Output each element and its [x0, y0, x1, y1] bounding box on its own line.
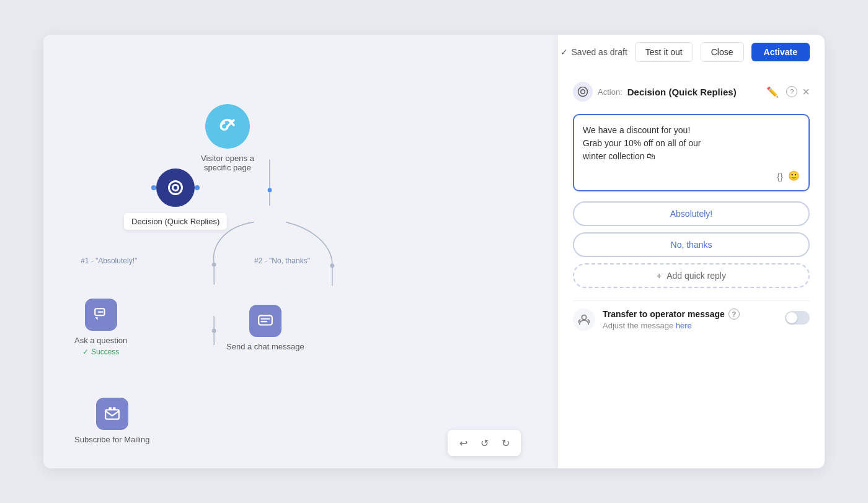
- right-panel: Action: Decision (Quick Replies) ✏️ ? × …: [558, 35, 825, 468]
- redo-button[interactable]: ↻: [496, 434, 515, 452]
- close-button[interactable]: Close: [701, 42, 744, 62]
- canvas-area: Visitor opens a specific page Decision (…: [43, 35, 558, 468]
- svg-point-1: [268, 188, 272, 193]
- svg-point-23: [582, 315, 586, 320]
- add-quick-reply-label: Add quick reply: [666, 271, 726, 281]
- panel-header-left: Action: Decision (Quick Replies): [573, 82, 737, 102]
- subscribe-node[interactable]: Subscribe for Mailing: [74, 398, 149, 444]
- decision-dot-right: [195, 185, 200, 190]
- decision-dot-left: [151, 185, 156, 190]
- decision-circle: [156, 168, 195, 207]
- subscribe-label: Subscribe for Mailing: [74, 435, 149, 444]
- trigger-node[interactable]: Visitor opens a specific page: [200, 104, 255, 172]
- ask-question-label: Ask a question: [74, 336, 127, 345]
- right-child-node[interactable]: Send a chat message: [226, 305, 304, 351]
- panel-header-right: ✏️ ? ×: [764, 84, 810, 100]
- canvas-inner: Visitor opens a specific page Decision (…: [43, 69, 558, 468]
- panel-icon: [573, 82, 593, 102]
- check-icon: ✓: [560, 47, 568, 57]
- edit-button[interactable]: ✏️: [764, 84, 781, 100]
- svg-rect-19: [108, 407, 111, 409]
- canvas-toolbar: ↩ ↺ ↻: [448, 430, 521, 456]
- svg-point-8: [212, 329, 216, 333]
- close-panel-button[interactable]: ×: [802, 85, 810, 99]
- saved-label: Saved as draft: [572, 47, 627, 57]
- panel-title: Decision (Quick Replies): [627, 87, 737, 97]
- undo-back-button[interactable]: ↩: [454, 434, 472, 452]
- adjust-link[interactable]: here: [676, 321, 692, 330]
- svg-rect-14: [97, 312, 103, 313]
- add-quick-reply-button[interactable]: + Add quick reply: [573, 263, 810, 288]
- svg-point-22: [581, 90, 585, 94]
- transfer-left: Transfer to operator message ? Adjust th…: [573, 308, 740, 331]
- branch-label-right: #2 - "No, thanks": [254, 256, 310, 265]
- panel-action-label: Action:: [598, 87, 622, 97]
- quick-reply-1[interactable]: Absolutely!: [573, 201, 810, 226]
- help-button[interactable]: ?: [786, 86, 797, 97]
- message-toolbar: {} 🙂: [583, 170, 800, 182]
- quick-reply-2[interactable]: No, thanks: [573, 232, 810, 257]
- branch-label-left: #1 - "Absolutely!": [81, 256, 137, 265]
- svg-rect-15: [259, 315, 272, 325]
- main-container: ✓ Saved as draft Test it out Close Activ…: [43, 35, 825, 468]
- svg-rect-18: [105, 410, 119, 419]
- panel-content: Action: Decision (Quick Replies) ✏️ ? × …: [558, 69, 825, 468]
- trigger-circle: [205, 104, 250, 149]
- svg-point-3: [212, 263, 216, 267]
- panel-header: Action: Decision (Quick Replies) ✏️ ? ×: [573, 82, 810, 102]
- check-success-icon: ✓: [82, 348, 89, 356]
- transfer-info: Transfer to operator message ? Adjust th…: [603, 308, 740, 330]
- decision-label: Decision (Quick Replies): [124, 213, 227, 230]
- undo-button[interactable]: ↺: [475, 434, 494, 452]
- decision-node[interactable]: Decision (Quick Replies): [124, 168, 227, 230]
- left-child-node[interactable]: Ask a question ✓ Success: [74, 299, 127, 356]
- saved-draft-status: ✓ Saved as draft: [560, 47, 627, 57]
- svg-point-5: [330, 264, 334, 268]
- activate-button[interactable]: Activate: [751, 43, 810, 61]
- send-chat-icon-box: [249, 305, 281, 337]
- test-button[interactable]: Test it out: [635, 42, 693, 62]
- transfer-subtitle: Adjust the message here: [603, 321, 740, 330]
- transfer-section: Transfer to operator message ? Adjust th…: [573, 300, 810, 338]
- transfer-toggle[interactable]: [785, 311, 810, 325]
- message-text: We have a discount for you! Grab your 10…: [583, 124, 800, 163]
- svg-point-21: [578, 87, 588, 97]
- ask-question-icon-box: [85, 299, 117, 331]
- svg-point-11: [169, 182, 182, 195]
- svg-point-10: [226, 125, 229, 128]
- svg-rect-20: [113, 407, 115, 409]
- code-button[interactable]: {}: [777, 171, 783, 182]
- message-box[interactable]: We have a discount for you! Grab your 10…: [573, 114, 810, 191]
- top-bar: ✓ Saved as draft Test it out Close Activ…: [43, 35, 825, 69]
- success-label: ✓ Success: [82, 348, 119, 356]
- emoji-button[interactable]: 🙂: [788, 170, 800, 182]
- send-chat-label: Send a chat message: [226, 342, 304, 351]
- operator-icon: [573, 308, 595, 331]
- subscribe-icon-box: [96, 398, 128, 430]
- svg-point-12: [172, 185, 178, 190]
- plus-icon: +: [657, 271, 662, 281]
- transfer-title: Transfer to operator message ?: [603, 308, 740, 320]
- transfer-help-badge[interactable]: ?: [728, 308, 740, 320]
